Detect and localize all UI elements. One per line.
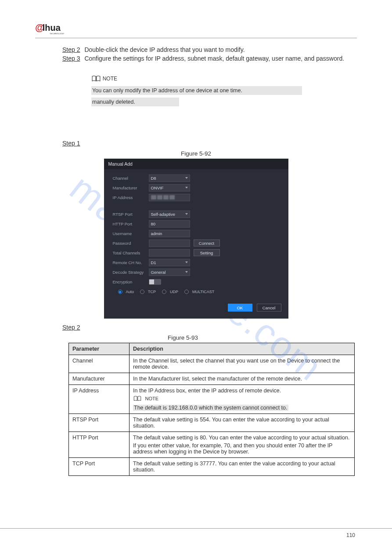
desc-cell: The default value setting is 80. You can… xyxy=(129,432,355,458)
rtsp-port-select[interactable]: Self-adaptive xyxy=(149,210,190,218)
param-cell: IP Address xyxy=(69,385,129,414)
step-label: Step 2 xyxy=(62,46,80,53)
radio-multicast[interactable] xyxy=(184,290,189,294)
remote-ch-label: Remote CH No. xyxy=(113,260,149,265)
desc-cell: The default value setting is 37777. You … xyxy=(129,458,355,476)
desc-cell: In the Manufacturer list, select the man… xyxy=(129,373,355,385)
header: @ lhua TECHNOLOGY xyxy=(35,22,357,38)
note-label: NOTE xyxy=(145,396,158,401)
chevron-down-icon xyxy=(185,187,188,189)
radio-udp[interactable] xyxy=(162,290,166,294)
param-cell: HTTP Port xyxy=(69,432,129,458)
step-2-line: Step 2 Double-click the device IP addres… xyxy=(62,46,357,53)
table-row: RTSP Port The default value setting is 5… xyxy=(69,414,355,432)
desc-cell: The default value setting is 554. You ca… xyxy=(129,414,355,432)
step-4-line: Step 4 pad xyxy=(62,64,357,71)
param-cell: Channel xyxy=(69,355,129,373)
rtsp-port-label: RTSP Port xyxy=(113,212,149,217)
note-highlight-1: You can only modify the IP address of on… xyxy=(91,86,302,95)
password-input[interactable] xyxy=(149,239,190,247)
manual-step-2: Step 2 Configure the settings for the ma… xyxy=(62,324,357,331)
remote-ch-select[interactable]: D1 xyxy=(149,259,190,266)
manufacturer-label: Manufacturer xyxy=(113,185,149,190)
param-cell: TCP Port xyxy=(69,458,129,476)
note-highlight: The default is 192.168.0.0 which the sys… xyxy=(133,405,288,411)
note-text: You can only modify the IP address of on… xyxy=(91,86,293,106)
page: @ lhua TECHNOLOGY Step 2 Double-click th… xyxy=(0,0,392,493)
step-text: Configure the settings for IP address, s… xyxy=(84,55,344,62)
desc-header: Description xyxy=(129,343,355,355)
param-header: Parameter xyxy=(69,343,129,355)
svg-text:lhua: lhua xyxy=(43,23,61,33)
desc-cell: In the IP Address box, enter the IP addr… xyxy=(129,385,355,414)
connect-button[interactable]: Connect xyxy=(194,239,220,247)
step-label: Step 3 xyxy=(62,55,80,62)
http-port-input[interactable]: 80 xyxy=(149,220,190,228)
table-row: Manufacturer In the Manufacturer list, s… xyxy=(69,373,355,385)
logo-subtext: TECHNOLOGY xyxy=(50,33,64,35)
page-number: 110 xyxy=(0,528,392,538)
ok-button[interactable]: OK xyxy=(228,304,252,312)
step-label: Step 2 xyxy=(62,324,80,331)
cancel-button[interactable]: Cancel xyxy=(257,304,281,312)
username-label: Username xyxy=(113,231,149,236)
param-cell: Manufacturer xyxy=(69,373,129,385)
param-cell: RTSP Port xyxy=(69,414,129,432)
decode-strategy-select[interactable]: General xyxy=(149,268,190,276)
total-channels-input[interactable] xyxy=(149,249,190,257)
chevron-down-icon xyxy=(185,177,188,179)
table-row: HTTP Port The default value setting is 8… xyxy=(69,432,355,458)
setting-button[interactable]: Setting xyxy=(194,249,220,256)
brand-logo: @ lhua TECHNOLOGY xyxy=(35,22,79,35)
encryption-label: Encryption xyxy=(113,279,149,284)
manufacturer-select[interactable]: ONVIF xyxy=(149,184,190,192)
step-text: Double-click the device IP address that … xyxy=(84,46,245,53)
table-header-row: Parameter Description xyxy=(69,343,355,355)
book-icon xyxy=(133,395,142,403)
step-3-line: Step 3 Configure the settings for IP add… xyxy=(62,55,357,62)
radio-auto[interactable] xyxy=(118,290,122,294)
channel-label: Channel xyxy=(113,176,149,181)
chevron-down-icon xyxy=(185,271,188,273)
desc-cell: In the Channel list, select the channel … xyxy=(129,355,355,373)
total-channels-label: Total Channels xyxy=(113,250,149,255)
figure-caption-93: Figure 5-93 xyxy=(9,334,357,341)
ip-address-label: IP Address xyxy=(113,195,149,200)
figure-caption-92: Figure 5-92 xyxy=(35,150,357,157)
manual-add-dialog: Manual Add Channel D8 Manufacturer ONVIF… xyxy=(104,159,288,319)
blurred-ip xyxy=(151,195,175,200)
decode-strategy-label: Decode Strategy xyxy=(113,270,149,275)
table-row: Channel In the Channel list, select the … xyxy=(69,355,355,373)
ip-address-input[interactable] xyxy=(149,194,190,201)
note-highlight-2: manually deleted. xyxy=(91,98,179,106)
radio-tcp[interactable] xyxy=(140,290,144,294)
parameter-table: Parameter Description Channel In the Cha… xyxy=(68,343,355,476)
note-block: NOTE You can only modify the IP address … xyxy=(91,75,357,106)
book-icon xyxy=(91,75,101,83)
channel-select[interactable]: D8 xyxy=(149,174,190,182)
note-label: NOTE xyxy=(103,76,117,82)
username-input[interactable]: admin xyxy=(149,230,190,237)
encryption-toggle[interactable] xyxy=(149,279,161,285)
step-label: Step 1 xyxy=(62,140,80,147)
http-port-label: HTTP Port xyxy=(113,221,149,226)
chevron-down-icon xyxy=(185,213,188,215)
password-label: Password xyxy=(113,241,149,246)
chevron-down-icon xyxy=(185,261,188,263)
manual-step-1: Step 1 On the Registration interface, cl… xyxy=(62,140,357,147)
dialog-title: Manual Add xyxy=(104,159,288,169)
table-row: IP Address In the IP Address box, enter … xyxy=(69,385,355,414)
table-row: TCP Port The default value setting is 37… xyxy=(69,458,355,476)
protocol-radio-group: Auto TCP UDP MULTICAST xyxy=(118,290,281,294)
